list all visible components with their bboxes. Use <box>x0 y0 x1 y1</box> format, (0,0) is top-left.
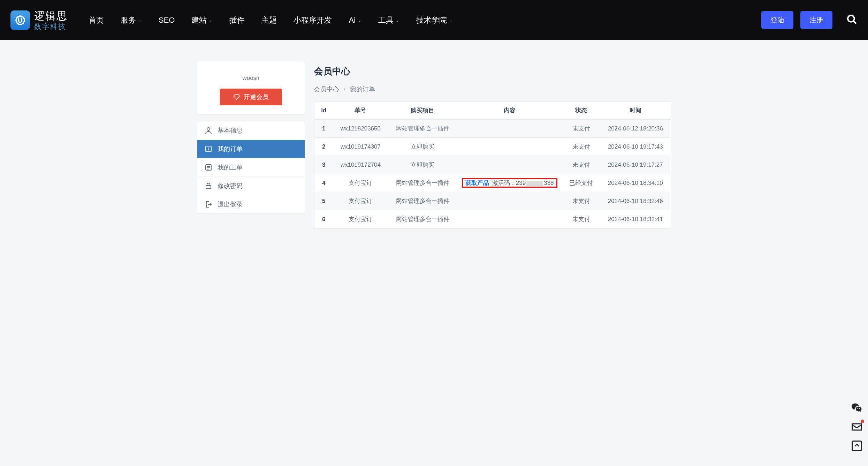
svg-line-2 <box>853 21 856 24</box>
logo-icon <box>10 10 30 30</box>
table-header: 状态 <box>562 102 600 120</box>
sidebar-menu: 基本信息我的订单我的工单修改密码退出登录 <box>197 121 305 214</box>
breadcrumb: 会员中心 / 我的订单 <box>314 85 671 93</box>
cell-id: 4 <box>314 174 333 192</box>
cell-content: 获取产品 激活码：239338 <box>457 174 562 192</box>
cell-content <box>457 120 562 138</box>
cell-status: 未支付 <box>562 138 600 156</box>
diamond-icon <box>233 93 240 100</box>
cell-content <box>457 156 562 174</box>
menu-item-label: 我的工单 <box>218 163 243 172</box>
page-title: 会员中心 <box>314 61 671 77</box>
cell-status: 未支付 <box>562 192 600 210</box>
table-header: 时间 <box>600 102 671 120</box>
cell-order-no: 支付宝订 <box>333 210 388 228</box>
header-actions: 登陆 注册 <box>761 11 858 29</box>
main-content: 会员中心 会员中心 / 我的订单 id单号购买项目内容状态时间 1wx12182… <box>314 61 671 229</box>
cell-order-no: 支付宝订 <box>333 174 388 192</box>
nav-item[interactable]: 服务⌄ <box>121 15 142 25</box>
nav-item[interactable]: 小程序开发 <box>294 15 332 25</box>
sidebar: woosir 开通会员 基本信息我的订单我的工单修改密码退出登录 <box>197 61 305 229</box>
nav-item[interactable]: 工具⌄ <box>378 15 399 25</box>
cell-content <box>457 210 562 228</box>
nav-item[interactable]: 技术学院⌄ <box>416 15 453 25</box>
cell-project: 立即购买 <box>388 156 457 174</box>
nav-item[interactable]: SEO <box>159 16 175 25</box>
cell-status: 已经支付 <box>562 174 600 192</box>
logo[interactable]: 逻辑思 数字科技 <box>10 10 68 31</box>
sidebar-menu-item[interactable]: 退出登录 <box>197 195 305 213</box>
search-icon[interactable] <box>846 14 858 27</box>
main-nav: 首页服务⌄SEO建站⌄插件主题小程序开发Ai⌄工具⌄技术学院⌄ <box>89 15 761 25</box>
nav-item[interactable]: Ai⌄ <box>349 16 361 25</box>
cell-id: 2 <box>314 138 333 156</box>
nav-item[interactable]: 插件 <box>229 15 245 25</box>
sidebar-menu-item[interactable]: 修改密码 <box>197 177 305 195</box>
ticket-icon <box>204 163 213 172</box>
menu-item-label: 基本信息 <box>218 126 243 135</box>
orders-table-card: id单号购买项目内容状态时间 1wx1218203650网站管理多合一插件未支付… <box>314 101 671 229</box>
cell-time: 2024-06-10 19:17:27 <box>600 156 671 174</box>
sidebar-menu-item[interactable]: 基本信息 <box>197 121 305 140</box>
cell-id: 5 <box>314 192 333 210</box>
login-button[interactable]: 登陆 <box>761 11 793 29</box>
get-product-link[interactable]: 获取产品 <box>465 180 489 186</box>
cell-id: 3 <box>314 156 333 174</box>
chevron-down-icon: ⌄ <box>209 17 213 23</box>
register-button[interactable]: 注册 <box>800 11 832 29</box>
cell-project: 网站管理多合一插件 <box>388 120 457 138</box>
logout-icon <box>204 200 213 209</box>
cell-status: 未支付 <box>562 210 600 228</box>
table-row: 5支付宝订网站管理多合一插件未支付2024-06-10 18:32:46 <box>314 192 671 210</box>
cell-content <box>457 192 562 210</box>
cell-project: 网站管理多合一插件 <box>388 210 457 228</box>
table-header: id <box>314 102 333 120</box>
logo-sub-text: 数字科技 <box>34 22 68 31</box>
menu-item-label: 修改密码 <box>218 182 243 190</box>
menu-item-label: 退出登录 <box>218 200 243 209</box>
table-row: 6支付宝订网站管理多合一插件未支付2024-06-10 18:32:41 <box>314 210 671 228</box>
chevron-down-icon: ⌄ <box>449 17 453 23</box>
sidebar-menu-item[interactable]: 我的订单 <box>197 140 305 158</box>
breadcrumb-separator: / <box>344 86 345 93</box>
cell-id: 1 <box>314 120 333 138</box>
chevron-down-icon: ⌄ <box>396 17 399 23</box>
sidebar-menu-item[interactable]: 我的工单 <box>197 158 305 177</box>
open-vip-button[interactable]: 开通会员 <box>220 89 282 105</box>
table-header: 购买项目 <box>388 102 457 120</box>
nav-item[interactable]: 首页 <box>89 15 104 25</box>
svg-point-3 <box>207 128 210 130</box>
vip-button-label: 开通会员 <box>244 93 269 101</box>
table-row: 1wx1218203650网站管理多合一插件未支付2024-06-12 18:2… <box>314 120 671 138</box>
chevron-down-icon: ⌄ <box>358 17 361 23</box>
cell-project: 网站管理多合一插件 <box>388 174 457 192</box>
cell-project: 网站管理多合一插件 <box>388 192 457 210</box>
breadcrumb-current: 我的订单 <box>350 86 375 93</box>
svg-point-0 <box>16 16 24 24</box>
menu-item-label: 我的订单 <box>218 145 243 153</box>
user-card: woosir 开通会员 <box>197 61 305 115</box>
logo-main-text: 逻辑思 <box>34 10 68 22</box>
bolt-icon <box>204 145 213 153</box>
svg-point-1 <box>848 15 854 22</box>
cell-status: 未支付 <box>562 120 600 138</box>
chevron-down-icon: ⌄ <box>138 17 142 23</box>
user-icon <box>204 126 213 135</box>
cell-time: 2024-06-10 19:17:43 <box>600 138 671 156</box>
breadcrumb-root[interactable]: 会员中心 <box>314 86 339 93</box>
cell-order-no: wx1019172704 <box>333 156 388 174</box>
username-label: woosir <box>205 75 297 82</box>
table-row: 2wx1019174307立即购买未支付2024-06-10 19:17:43 <box>314 138 671 156</box>
cell-time: 2024-06-10 18:32:46 <box>600 192 671 210</box>
svg-rect-9 <box>206 186 211 189</box>
nav-item[interactable]: 主题 <box>261 15 277 25</box>
cell-time: 2024-06-10 18:32:41 <box>600 210 671 228</box>
cell-status: 未支付 <box>562 156 600 174</box>
table-row: 4支付宝订网站管理多合一插件获取产品 激活码：239338已经支付2024-06… <box>314 174 671 192</box>
nav-item[interactable]: 建站⌄ <box>191 15 213 25</box>
activation-code: 激活码：239338 <box>490 180 554 186</box>
cell-project: 立即购买 <box>388 138 457 156</box>
orders-table: id单号购买项目内容状态时间 1wx1218203650网站管理多合一插件未支付… <box>314 102 671 228</box>
table-header: 内容 <box>457 102 562 120</box>
masked-code-icon <box>526 181 543 186</box>
